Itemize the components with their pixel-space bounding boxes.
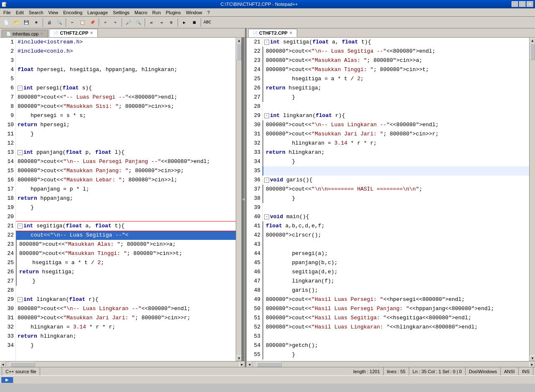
- table-row[interactable]: [16, 212, 236, 221]
- scroll-left-right-btn[interactable]: ◄: [247, 361, 252, 367]
- redo-button[interactable]: ↷: [111, 18, 120, 27]
- menu-run[interactable]: Run: [150, 9, 163, 16]
- tab-inheritas[interactable]: 📄inheritas.cpp ✕: [2, 30, 48, 37]
- menu-window[interactable]: Window: [183, 9, 205, 16]
- table-row[interactable]: return hpersegi;: [16, 120, 236, 130]
- table-row[interactable]: 800080">cout<<"Masukkan Tinggi: "; 80008…: [16, 249, 236, 258]
- menu-language[interactable]: Language: [85, 9, 110, 16]
- table-row[interactable]: [262, 240, 529, 249]
- table-row[interactable]: 800080">cout<<"Hasil Luas Persegi: "<<hp…: [262, 295, 529, 304]
- table-row[interactable]: 800080">cout<<"\n\n======== HASIL ======…: [262, 185, 529, 194]
- collapse-icon[interactable]: -: [18, 224, 23, 229]
- table-row[interactable]: }: [262, 157, 529, 166]
- table-row[interactable]: -int segitiga(float a, float t){: [262, 38, 529, 47]
- indent-button[interactable]: ⇥: [157, 18, 166, 27]
- table-row[interactable]: -int persegi(float s){: [16, 84, 236, 93]
- collapse-icon[interactable]: -: [18, 86, 23, 91]
- scroll-down-left[interactable]: ▼: [236, 355, 242, 361]
- tab-cthft2-right[interactable]: 📄CTHFT2.CPP ✕: [248, 29, 297, 37]
- table-row[interactable]: segitiga(d,e);: [262, 267, 529, 277]
- scroll-track-left[interactable]: [236, 43, 242, 355]
- scroll-up-left[interactable]: ▲: [236, 38, 242, 43]
- table-row[interactable]: cout<<"\n-- Luas Segitiga --"<: [16, 231, 236, 240]
- table-row[interactable]: 800080">getch();: [262, 341, 529, 350]
- table-row[interactable]: 800080">cout<<"Hasil Luas Persegi Panjan…: [262, 304, 529, 313]
- table-row[interactable]: return hlingkaran;: [16, 332, 236, 341]
- collapse-icon[interactable]: -: [264, 40, 269, 45]
- table-row[interactable]: float a,b,c,d,e,f;: [262, 221, 529, 231]
- table-row[interactable]: [16, 139, 236, 148]
- table-row[interactable]: 800080">cout<<"Masukkan Lebar: "; 800080…: [16, 176, 236, 185]
- run-button[interactable]: ▶: [180, 18, 189, 27]
- collapse-icon[interactable]: -: [18, 297, 23, 302]
- spell-button[interactable]: ABC: [203, 18, 212, 27]
- undo-button[interactable]: ↶: [101, 18, 110, 27]
- table-row[interactable]: #include<iostream.h>: [16, 38, 236, 47]
- table-row[interactable]: }: [262, 194, 529, 203]
- table-row[interactable]: -int segitiga(float a, float t){: [16, 221, 236, 231]
- table-row[interactable]: 800080">cout<<"\n-- Luas Segitiga --"<<8…: [262, 47, 529, 56]
- table-row[interactable]: 800080">cout<<"-- Luas Persegi --"<<8000…: [16, 93, 236, 102]
- scroll-track-right[interactable]: [530, 43, 535, 355]
- collapse-icon[interactable]: -: [264, 178, 269, 183]
- close-button[interactable]: ✕: [527, 1, 533, 7]
- left-editor[interactable]: 1234567891011121314151617181920212223242…: [0, 38, 245, 361]
- table-row[interactable]: [262, 166, 529, 176]
- table-row[interactable]: -int ppanjang(float p, float l){: [16, 148, 236, 157]
- table-row[interactable]: 800080">cout<<"Masukkan Tinggi: "; 80008…: [262, 65, 529, 74]
- close-button[interactable]: ✖: [32, 18, 41, 27]
- table-row[interactable]: hsegitiga = a * t / 2;: [262, 74, 529, 84]
- table-row[interactable]: -int lingkaran(float r){: [16, 295, 236, 304]
- minimize-button[interactable]: −: [512, 1, 518, 7]
- table-row[interactable]: persegi(a);: [262, 249, 529, 258]
- table-row[interactable]: return hppanjang;: [16, 194, 236, 203]
- table-row[interactable]: lingkaran(f);: [262, 277, 529, 286]
- table-row[interactable]: float hpersegi, hsegitiga, hppanjang, hl…: [16, 65, 236, 74]
- scroll-right-right-btn[interactable]: ►: [529, 361, 535, 367]
- menu-help[interactable]: ?: [205, 9, 212, 16]
- table-row[interactable]: 800080">cout<<"Hasil Luas Segitiga: "<<h…: [262, 313, 529, 323]
- scroll-down-right[interactable]: ▼: [530, 355, 535, 361]
- table-row[interactable]: }: [16, 277, 236, 286]
- table-row[interactable]: -void main(){: [262, 212, 529, 221]
- scroll-thumb-right[interactable]: [530, 43, 535, 60]
- menu-search[interactable]: Search: [26, 9, 46, 16]
- table-row[interactable]: }: [16, 341, 236, 350]
- start-button[interactable]: ▶: [1, 377, 13, 383]
- table-row[interactable]: return hsegitiga;: [262, 84, 529, 93]
- table-row[interactable]: -void garis(){: [262, 176, 529, 185]
- scroll-up-right[interactable]: ▲: [530, 38, 535, 43]
- table-row[interactable]: }: [262, 93, 529, 102]
- table-row[interactable]: 800080">clrscr();: [262, 231, 529, 240]
- scroll-right-btn[interactable]: ►: [239, 361, 245, 367]
- menu-edit[interactable]: Edit: [13, 9, 26, 16]
- open-button[interactable]: 📂: [12, 18, 21, 27]
- menu-plugins[interactable]: Plugins: [163, 9, 183, 16]
- scroll-left-btn[interactable]: ◄: [0, 361, 6, 367]
- table-row[interactable]: 800080">cout<<"\n-- Luas Persegi Panjang…: [16, 157, 236, 166]
- menu-encoding[interactable]: Encoding: [61, 9, 85, 16]
- table-row[interactable]: hlingkaran = 3.14 * r * r;: [262, 139, 529, 148]
- menu-macro[interactable]: Macro: [132, 9, 150, 16]
- table-row[interactable]: -int lingkaran(float r){: [262, 111, 529, 120]
- zoom-out-button[interactable]: 🔍: [134, 18, 143, 27]
- close-tab-inheritas[interactable]: ✕: [40, 32, 43, 36]
- table-row[interactable]: #include<conio.h>: [16, 47, 236, 56]
- table-row[interactable]: 800080">cout<<"Masukkan Alas: "; 800080"…: [16, 240, 236, 249]
- table-row[interactable]: 800080">cout<<"\n-- Luas Lingkaran --"<<…: [262, 120, 529, 130]
- new-button[interactable]: 📄: [2, 18, 11, 27]
- table-row[interactable]: }: [16, 203, 236, 212]
- left-scrollbar-v[interactable]: ▲ ▼: [236, 38, 242, 361]
- table-row[interactable]: [16, 74, 236, 84]
- table-row[interactable]: garis();: [262, 286, 529, 295]
- copy-button[interactable]: 📋: [78, 18, 87, 27]
- left-code-content[interactable]: #include<iostream.h>#include<conio.h> fl…: [16, 38, 236, 361]
- table-row[interactable]: 800080">cout<<"Masukkan Jari Jari: "; 80…: [16, 313, 236, 323]
- paste-button[interactable]: 📌: [88, 18, 97, 27]
- save-button[interactable]: 💾: [22, 18, 31, 27]
- wrap-button[interactable]: ⇌: [147, 18, 156, 27]
- table-row[interactable]: [16, 286, 236, 295]
- stop-button[interactable]: ⏹: [190, 18, 199, 27]
- table-row[interactable]: return hsegitiga;: [16, 267, 236, 277]
- collapse-icon[interactable]: -: [264, 214, 269, 219]
